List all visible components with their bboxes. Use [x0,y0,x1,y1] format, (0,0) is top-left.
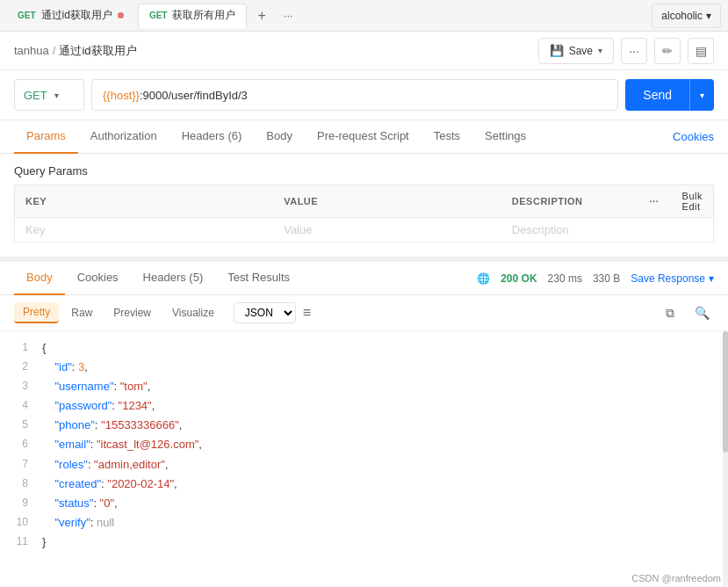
tab-tests[interactable]: Tests [422,120,472,154]
tab-headers-label: Headers (6) [182,129,242,142]
comment-button[interactable]: ▤ [688,38,714,64]
json-line-2: 2 "id": 3, [0,358,728,377]
resp-tab-test-results[interactable]: Test Results [215,262,302,295]
send-chevron-icon: ▾ [700,91,704,100]
json-line-11: 11 } [0,533,728,552]
resp-tab-cookies-label: Cookies [77,271,119,284]
fmt-tab-preview[interactable]: Preview [105,303,160,322]
line-content-3: "username": "tom", [42,377,728,396]
resp-tab-cookies[interactable]: Cookies [65,262,131,295]
tab-settings-label: Settings [485,129,526,142]
key-input-placeholder[interactable]: Key [15,218,274,243]
tab-label-2: 获取所有用户 [172,8,235,23]
line-content-6: "email": "itcast_lt@126.com", [42,435,728,454]
json-line-9: 9 "status": "0", [0,494,728,513]
tab-dot-1 [118,12,124,18]
status-badge: 200 OK [501,272,537,285]
line-num-8: 8 [0,475,42,492]
tab-params[interactable]: Params [14,120,78,154]
json-line-7: 7 "roles": "admin,editor", [0,455,728,475]
tab-label-1: 通过id获取用户 [41,8,112,23]
tabs-more-button[interactable]: ··· [277,9,300,22]
method-select[interactable]: GET ▾ [14,79,84,111]
resp-tab-body-label: Body [26,271,53,284]
new-tab-button[interactable]: + [250,8,272,24]
workspace-selector[interactable]: alcoholic ▾ [652,4,721,28]
tab-authorization[interactable]: Authorization [78,120,169,154]
line-content-4: "password": "1234", [42,396,728,416]
tab-method-get-1: GET [18,11,36,20]
format-bar: Pretty Raw Preview Visualize JSON ≡ ⧉ 🔍 [0,295,728,331]
url-input-display[interactable]: {{host}} :9000/user/findById/3 [91,79,618,111]
value-input-placeholder[interactable]: Value [273,218,501,243]
wrap-icon[interactable]: ≡ [303,305,311,321]
line-num-2: 2 [0,358,42,375]
tab-prerequest[interactable]: Pre-request Script [305,120,422,154]
save-icon: 💾 [550,44,564,57]
breadcrumb: tanhua / 通过id获取用户 [14,43,137,59]
tab-prerequest-label: Pre-request Script [317,129,409,142]
line-content-1: { [42,338,728,358]
tab-method-get-2: GET [149,11,168,20]
line-num-4: 4 [0,396,42,414]
json-line-5: 5 "phone": "15533336666", [0,416,728,435]
search-button[interactable]: 🔍 [689,301,714,325]
fmt-tab-visualize[interactable]: Visualize [163,303,223,322]
resp-tab-headers[interactable]: Headers (5) [131,262,216,295]
params-empty-row: Key Value Description [15,218,714,243]
tab-通过id获取用户[interactable]: GET 通过id获取用户 [7,4,134,28]
save-response-button[interactable]: Save Response ▾ [631,272,714,285]
tab-tests-label: Tests [434,129,460,142]
more-options-button[interactable]: ··· [621,38,647,64]
save-label: Save [569,45,593,57]
send-button[interactable]: Send [625,79,689,111]
col-header-description: DESCRIPTION [501,185,637,218]
line-content-5: "phone": "15533336666", [42,416,728,435]
cookies-link[interactable]: Cookies [673,130,714,143]
format-select[interactable]: JSON [234,302,296,323]
json-line-3: 3 "username": "tom", [0,377,728,396]
description-input-placeholder[interactable]: Description [501,218,637,243]
fmt-tab-pretty[interactable]: Pretty [14,302,59,323]
edit-button[interactable]: ✏ [654,38,681,64]
watermark: CSDN @ranfreedom [631,573,721,583]
query-params-title: Query Params [14,164,714,178]
tab-获取所有用户[interactable]: GET 获取所有用户 [138,4,248,28]
fmt-tab-raw[interactable]: Raw [62,303,101,322]
url-path-part: :9000/user/findById/3 [140,89,248,102]
breadcrumb-parent[interactable]: tanhua [14,44,49,57]
json-line-4: 4 "password": "1234", [0,396,728,416]
tab-bar: GET 通过id获取用户 GET 获取所有用户 + ··· alcoholic … [0,0,728,32]
send-chevron-button[interactable]: ▾ [689,79,714,111]
line-content-8: "created": "2020-02-14", [42,475,728,494]
workspace-name: alcoholic [661,10,703,22]
json-line-8: 8 "created": "2020-02-14", [0,475,728,494]
json-line-10: 10 "verify": null [0,513,728,533]
response-time: 230 ms [548,272,582,285]
save-response-chevron-icon: ▾ [709,272,714,285]
resp-tab-headers-label: Headers (5) [143,271,204,284]
workspace-chevron-icon: ▾ [706,10,711,22]
url-host-part: {{host}} [103,89,140,102]
resp-tab-body[interactable]: Body [14,262,65,295]
line-content-10: "verify": null [42,513,728,533]
send-button-wrapper: Send ▾ [625,79,714,111]
search-icon: 🔍 [695,306,710,320]
tab-body[interactable]: Body [254,120,305,154]
line-num-6: 6 [0,435,42,453]
save-button[interactable]: 💾 Save ▾ [538,38,614,64]
tab-body-label: Body [266,129,292,142]
col-header-value: VALUE [273,185,501,218]
format-actions: ⧉ 🔍 [658,301,714,325]
tab-headers[interactable]: Headers (6) [169,120,255,154]
tab-settings[interactable]: Settings [472,120,538,154]
scrollbar-thumb[interactable] [723,331,728,453]
json-line-6: 6 "email": "itcast_lt@126.com", [0,435,728,454]
save-response-label: Save Response [631,272,705,285]
line-content-9: "status": "0", [42,494,728,513]
copy-button[interactable]: ⧉ [658,301,682,325]
line-num-11: 11 [0,533,42,550]
line-num-3: 3 [0,377,42,395]
col-header-bulk-edit[interactable]: Bulk Edit [672,185,714,218]
copy-icon: ⧉ [666,306,674,321]
